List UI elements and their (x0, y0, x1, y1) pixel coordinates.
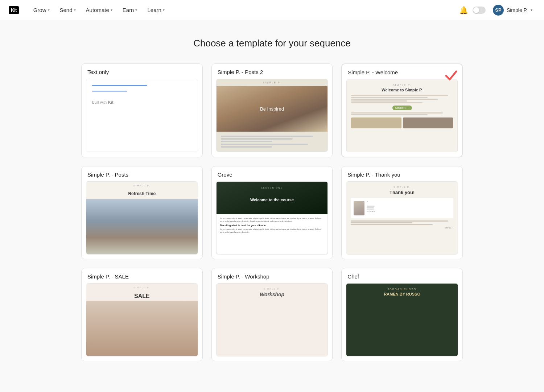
preview-grove-header: LESSON ONE Welcome to the course (217, 182, 328, 214)
nav-items: Grow ▾ Send ▾ Automate ▾ Earn ▾ Learn ▾ (29, 5, 456, 15)
chevron-down-icon: ▾ (163, 8, 165, 12)
preview-image-1 (351, 117, 401, 128)
nav-label-automate: Automate (86, 7, 109, 13)
preview-image-row (351, 117, 453, 128)
chevron-down-icon: ▾ (111, 8, 112, 12)
nav-item-automate[interactable]: Automate ▾ (82, 5, 117, 15)
preview-hero-image: Be Inspired (217, 86, 328, 132)
line (367, 209, 374, 210)
preview-body-text-2: Lorem ipsum dolor sit amet, consectetur … (220, 228, 324, 234)
nav-item-learn[interactable]: Learn ▾ (143, 5, 169, 15)
chevron-down-icon: ▾ (74, 8, 76, 12)
card-preview-posts: SIMPLE P. Refresh Time (86, 181, 198, 255)
preview-workshop: SIMPLE P. Workshop (217, 284, 328, 356)
card-label-posts: Simple P. - Posts (82, 166, 202, 181)
card-preview-workshop: SIMPLE P. Workshop (216, 283, 328, 356)
nav-item-earn[interactable]: Earn ▾ (118, 5, 142, 15)
preview-button: Simple P. → (392, 106, 412, 110)
template-card-sale[interactable]: Simple P. - SALE SIMPLE P. SALE (81, 268, 203, 361)
avatar-initials: SP (495, 7, 501, 13)
card-label-grove: Grove (212, 166, 333, 181)
quote-attribution: — Jane M. (367, 210, 375, 212)
nav-right: 🔔 SP Simple P. ▾ (459, 3, 535, 17)
card-preview-thankyou: SIMPLE P. Thank you! " — Jane M. (346, 181, 458, 255)
preview-brand: SIMPLE P. (86, 284, 198, 292)
line (351, 97, 427, 98)
card-preview-grove: LESSON ONE Welcome to the course Lorem i… (216, 181, 328, 255)
template-card-chef[interactable]: Chef JORDAN RUSSO RAMEN BY RUSSO (341, 268, 463, 361)
username: Simple P. (507, 7, 528, 13)
preview-refresh-title: Refresh Time (86, 190, 198, 199)
preview-portrait (354, 201, 364, 215)
nav-label-learn: Learn (147, 7, 161, 13)
preview-signature: SIMPLE P. (351, 227, 453, 229)
template-card-grove[interactable]: Grove LESSON ONE Welcome to the course L… (211, 166, 333, 259)
card-label-posts2: Simple P. - Posts 2 (212, 64, 333, 79)
template-card-text-only[interactable]: Text only Built with Kit (81, 63, 203, 157)
line (351, 224, 433, 225)
preview-brand: SIMPLE P. (264, 288, 281, 290)
user-menu[interactable]: SP Simple P. ▾ (490, 3, 535, 17)
quote-mark: " (367, 201, 375, 205)
preview-body-lines (217, 132, 328, 152)
logo-box: Kit (9, 6, 19, 14)
preview-chef-title: RAMEN BY RUSSO (351, 292, 453, 296)
card-preview-welcome: SIMPLE P. Welcome to Simple P. Simple P.… (346, 79, 458, 152)
preview-welcome-title: Welcome to Simple P. (351, 88, 453, 92)
preview-grove: LESSON ONE Welcome to the course Lorem i… (217, 182, 328, 254)
nav-item-send[interactable]: Send ▾ (55, 5, 80, 15)
line (351, 99, 438, 100)
preview-hero-image (86, 199, 198, 254)
preview-brand: SIMPLE P. (217, 79, 328, 86)
card-preview-posts2: SIMPLE P. Be Inspired (216, 79, 328, 152)
line (351, 100, 407, 102)
chevron-down-icon: ▾ (48, 8, 50, 12)
preview-refresh: SIMPLE P. Refresh Time (86, 182, 198, 254)
line (351, 220, 448, 222)
preview-lines-2 (351, 112, 453, 115)
page-title: Choose a template for your sequence (81, 38, 463, 49)
main-content: Choose a template for your sequence Text… (73, 20, 471, 379)
card-preview-text-only: Built with Kit (86, 79, 198, 152)
template-card-thankyou[interactable]: Simple P. - Thank you SIMPLE P. Thank yo… (341, 166, 463, 259)
preview-text-only: Built with Kit (86, 79, 198, 152)
preview-grove-body: Lorem ipsum dolor sit amet, consectetur … (217, 214, 328, 254)
bell-icon[interactable]: 🔔 (459, 6, 468, 15)
card-label-sale: Simple P. - SALE (82, 268, 202, 283)
template-card-workshop[interactable]: Simple P. - Workshop SIMPLE P. Workshop (211, 268, 333, 361)
nav-label-grow: Grow (33, 7, 46, 13)
template-card-posts2[interactable]: Simple P. - Posts 2 SIMPLE P. Be Inspire… (211, 63, 333, 157)
line (221, 136, 313, 137)
line (351, 222, 412, 223)
preview-workshop-title: Workshop (260, 292, 284, 297)
preview-chef-name: JORDAN RUSSO (351, 288, 453, 290)
preview-grove-title: Welcome to the course (247, 190, 297, 206)
preview-body-text-1: Lorem ipsum dolor sit amet, consectetur … (220, 217, 324, 223)
logo[interactable]: Kit (9, 6, 20, 14)
nav-item-grow[interactable]: Grow ▾ (29, 5, 54, 15)
preview-be-inspired: SIMPLE P. Be Inspired (217, 79, 328, 152)
preview-lesson-label: LESSON ONE (217, 187, 328, 189)
built-label: Built with (92, 100, 107, 104)
chevron-down-icon: ▾ (531, 8, 532, 12)
card-label-welcome: Simple P. - Welcome (342, 64, 462, 79)
line (367, 207, 374, 208)
card-label-workshop: Simple P. - Workshop (212, 268, 333, 283)
preview-chef: JORDAN RUSSO RAMEN BY RUSSO (346, 284, 458, 356)
avatar: SP (493, 5, 504, 16)
chevron-down-icon: ▾ (135, 8, 137, 12)
line (351, 112, 443, 114)
card-label-text-only: Text only (82, 64, 202, 79)
preview-quote-text: " — Jane M. (367, 201, 375, 215)
preview-lines (351, 95, 453, 103)
line (351, 95, 448, 96)
nav-label-earn: Earn (123, 7, 134, 13)
template-card-posts[interactable]: Simple P. - Posts SIMPLE P. Refresh Time (81, 166, 203, 259)
line (221, 138, 293, 140)
preview-sale-title: SALE (86, 292, 198, 301)
preview-sale: SIMPLE P. SALE (86, 284, 198, 356)
theme-toggle[interactable] (473, 7, 486, 14)
template-card-welcome[interactable]: Simple P. - Welcome SIMPLE P. Welcome to… (341, 63, 463, 157)
preview-welcome: SIMPLE P. Welcome to Simple P. Simple P.… (347, 79, 457, 152)
preview-thankyou-title: Thank you! (351, 190, 453, 195)
